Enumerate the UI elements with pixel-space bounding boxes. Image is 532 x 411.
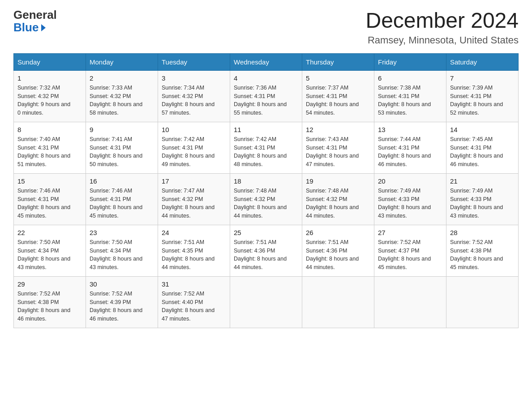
calendar-cell: 17Sunrise: 7:47 AMSunset: 4:32 PMDayligh… [158,173,230,225]
calendar-cell: 12Sunrise: 7:43 AMSunset: 4:31 PMDayligh… [302,122,374,173]
header-day-thursday: Thursday [302,53,374,70]
calendar-cell [374,276,446,328]
day-info: Sunrise: 7:37 AMSunset: 4:31 PMDaylight:… [306,84,370,117]
day-info: Sunrise: 7:43 AMSunset: 4:31 PMDaylight:… [306,135,370,169]
day-number: 4 [234,74,298,82]
day-number: 1 [17,74,82,82]
header-day-friday: Friday [374,53,446,70]
calendar-cell: 30Sunrise: 7:52 AMSunset: 4:39 PMDayligh… [86,276,158,328]
day-number: 19 [306,177,370,185]
calendar-cell: 11Sunrise: 7:42 AMSunset: 4:31 PMDayligh… [230,122,302,173]
calendar-cell: 28Sunrise: 7:52 AMSunset: 4:38 PMDayligh… [446,225,519,276]
calendar-cell: 22Sunrise: 7:50 AMSunset: 4:34 PMDayligh… [14,225,86,276]
calendar-cell: 20Sunrise: 7:49 AMSunset: 4:33 PMDayligh… [374,173,446,225]
day-number: 24 [162,229,226,236]
calendar-week-4: 22Sunrise: 7:50 AMSunset: 4:34 PMDayligh… [14,225,519,276]
day-info: Sunrise: 7:45 AMSunset: 4:31 PMDaylight:… [450,135,515,169]
day-number: 31 [162,280,226,288]
day-number: 6 [378,74,442,82]
day-number: 18 [234,177,298,185]
day-info: Sunrise: 7:38 AMSunset: 4:31 PMDaylight:… [378,84,442,117]
day-info: Sunrise: 7:49 AMSunset: 4:33 PMDaylight:… [378,187,442,220]
day-number: 9 [90,126,154,133]
day-info: Sunrise: 7:46 AMSunset: 4:31 PMDaylight:… [17,187,82,220]
header-day-tuesday: Tuesday [158,53,230,70]
day-number: 8 [17,126,82,133]
day-number: 3 [162,74,226,82]
day-info: Sunrise: 7:34 AMSunset: 4:32 PMDaylight:… [162,84,226,117]
calendar-cell: 24Sunrise: 7:51 AMSunset: 4:35 PMDayligh… [158,225,230,276]
day-number: 11 [234,126,298,133]
title-section: December 2024 Ramsey, Minnesota, United … [365,9,519,46]
calendar-cell: 8Sunrise: 7:40 AMSunset: 4:31 PMDaylight… [14,122,86,173]
calendar-cell: 1Sunrise: 7:32 AMSunset: 4:32 PMDaylight… [14,70,86,122]
header-row: SundayMondayTuesdayWednesdayThursdayFrid… [14,53,519,70]
day-number: 17 [162,177,226,185]
calendar-cell [446,276,519,328]
day-number: 30 [90,280,154,288]
day-number: 7 [450,74,515,82]
calendar-week-3: 15Sunrise: 7:46 AMSunset: 4:31 PMDayligh… [14,173,519,225]
header-day-monday: Monday [86,53,158,70]
day-info: Sunrise: 7:48 AMSunset: 4:32 PMDaylight:… [234,187,298,220]
day-info: Sunrise: 7:51 AMSunset: 4:36 PMDaylight:… [234,238,298,272]
calendar-cell: 7Sunrise: 7:39 AMSunset: 4:31 PMDaylight… [446,70,519,122]
day-number: 20 [378,177,442,185]
day-info: Sunrise: 7:44 AMSunset: 4:31 PMDaylight:… [378,135,442,169]
calendar-cell: 29Sunrise: 7:52 AMSunset: 4:38 PMDayligh… [14,276,86,328]
day-info: Sunrise: 7:52 AMSunset: 4:40 PMDaylight:… [162,290,226,323]
logo: General Blue [13,9,57,34]
month-title: December 2024 [365,9,519,33]
calendar-cell: 23Sunrise: 7:50 AMSunset: 4:34 PMDayligh… [86,225,158,276]
calendar-cell: 2Sunrise: 7:33 AMSunset: 4:32 PMDaylight… [86,70,158,122]
calendar-cell: 14Sunrise: 7:45 AMSunset: 4:31 PMDayligh… [446,122,519,173]
calendar-cell: 27Sunrise: 7:52 AMSunset: 4:37 PMDayligh… [374,225,446,276]
day-number: 22 [17,229,82,236]
day-info: Sunrise: 7:46 AMSunset: 4:31 PMDaylight:… [90,187,154,220]
day-number: 5 [306,74,370,82]
day-number: 21 [450,177,515,185]
day-info: Sunrise: 7:36 AMSunset: 4:31 PMDaylight:… [234,84,298,117]
logo-arrow-icon [41,24,46,31]
day-number: 14 [450,126,515,133]
day-info: Sunrise: 7:52 AMSunset: 4:39 PMDaylight:… [90,290,154,323]
day-info: Sunrise: 7:47 AMSunset: 4:32 PMDaylight:… [162,187,226,220]
calendar-cell: 21Sunrise: 7:49 AMSunset: 4:33 PMDayligh… [446,173,519,225]
calendar-header: SundayMondayTuesdayWednesdayThursdayFrid… [14,53,519,70]
day-info: Sunrise: 7:50 AMSunset: 4:34 PMDaylight:… [90,238,154,272]
calendar-week-5: 29Sunrise: 7:52 AMSunset: 4:38 PMDayligh… [14,276,519,328]
header-day-wednesday: Wednesday [230,53,302,70]
calendar-table: SundayMondayTuesdayWednesdayThursdayFrid… [13,53,519,328]
day-number: 2 [90,74,154,82]
calendar-cell: 31Sunrise: 7:52 AMSunset: 4:40 PMDayligh… [158,276,230,328]
day-info: Sunrise: 7:42 AMSunset: 4:31 PMDaylight:… [162,135,226,169]
day-number: 16 [90,177,154,185]
day-number: 13 [378,126,442,133]
day-number: 23 [90,229,154,236]
day-info: Sunrise: 7:51 AMSunset: 4:36 PMDaylight:… [306,238,370,272]
day-info: Sunrise: 7:51 AMSunset: 4:35 PMDaylight:… [162,238,226,272]
calendar-cell: 6Sunrise: 7:38 AMSunset: 4:31 PMDaylight… [374,70,446,122]
day-number: 28 [450,229,515,236]
calendar-cell [230,276,302,328]
day-number: 26 [306,229,370,236]
day-info: Sunrise: 7:33 AMSunset: 4:32 PMDaylight:… [90,84,154,117]
day-info: Sunrise: 7:32 AMSunset: 4:32 PMDaylight:… [17,84,82,117]
calendar-cell: 5Sunrise: 7:37 AMSunset: 4:31 PMDaylight… [302,70,374,122]
day-number: 25 [234,229,298,236]
calendar-cell [302,276,374,328]
calendar-week-2: 8Sunrise: 7:40 AMSunset: 4:31 PMDaylight… [14,122,519,173]
day-info: Sunrise: 7:52 AMSunset: 4:38 PMDaylight:… [17,290,82,323]
day-info: Sunrise: 7:52 AMSunset: 4:37 PMDaylight:… [378,238,442,272]
calendar-cell: 15Sunrise: 7:46 AMSunset: 4:31 PMDayligh… [14,173,86,225]
day-number: 15 [17,177,82,185]
header-day-saturday: Saturday [446,53,519,70]
calendar-cell: 3Sunrise: 7:34 AMSunset: 4:32 PMDaylight… [158,70,230,122]
day-info: Sunrise: 7:50 AMSunset: 4:34 PMDaylight:… [17,238,82,272]
calendar-cell: 9Sunrise: 7:41 AMSunset: 4:31 PMDaylight… [86,122,158,173]
day-info: Sunrise: 7:40 AMSunset: 4:31 PMDaylight:… [17,135,82,169]
day-number: 10 [162,126,226,133]
calendar-cell: 25Sunrise: 7:51 AMSunset: 4:36 PMDayligh… [230,225,302,276]
day-info: Sunrise: 7:52 AMSunset: 4:38 PMDaylight:… [450,238,515,272]
day-info: Sunrise: 7:39 AMSunset: 4:31 PMDaylight:… [450,84,515,117]
